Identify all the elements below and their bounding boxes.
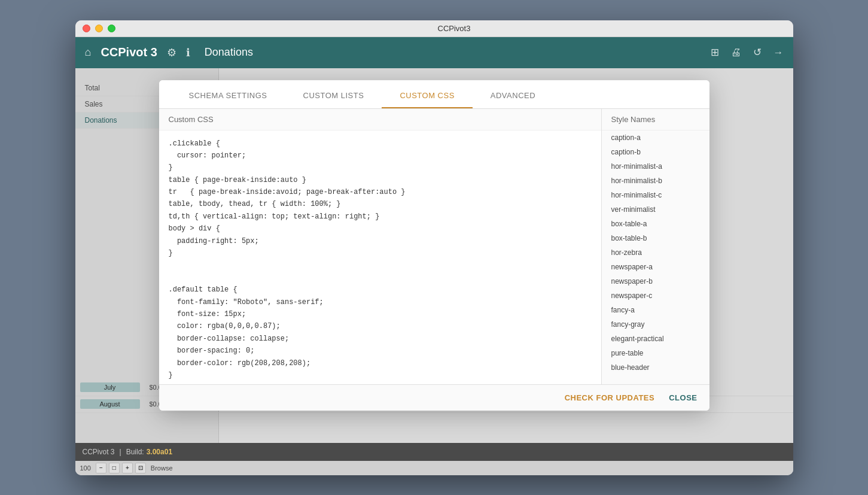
settings-icon[interactable]: ⚙ [167,46,176,59]
app-header: ⌂ CCPivot 3 ⚙ ℹ Donations ⊞ 🖨 ↺ → [75,37,793,68]
close-button-modal[interactable]: CLOSE [669,393,697,402]
css-editor: Custom CSS .clickable { cursor: pointer;… [159,109,602,384]
zoom-level: 100 [80,464,91,472]
title-bar: CCPivot3 [75,20,793,37]
style-name-box-table-b[interactable]: box-table-b [602,231,709,245]
tab-custom-css[interactable]: CUSTOM CSS [382,80,472,108]
style-names-panel: Style Names caption-a caption-b hor-mini… [602,109,709,384]
style-name-newspaper-b[interactable]: newspaper-b [602,274,709,289]
style-name-box-table-a[interactable]: box-table-a [602,217,709,231]
style-names-header: Style Names [602,109,709,130]
forward-icon[interactable]: → [773,47,784,59]
zoom-in-button[interactable]: + [122,463,133,473]
browser-bar: 100 − □ + ⊡ Browse [75,461,793,475]
app-window: CCPivot3 ⌂ CCPivot 3 ⚙ ℹ Donations ⊞ 🖨 ↺… [75,20,793,475]
main-content: Total Sales Donations July $0.00 $6,799.… [75,68,793,443]
style-name-pure-table[interactable]: pure-table [602,346,709,360]
fit-button[interactable]: ⊡ [135,463,146,473]
css-line-7: td,th { vertical-align: top; text-align:… [169,211,592,223]
css-line-3: } [169,162,592,174]
css-content-area[interactable]: .clickable { cursor: pointer; } table { … [159,130,601,384]
zoom-out-button[interactable]: − [96,463,106,473]
style-name-blue-header[interactable]: blue-header [602,360,709,375]
css-line-1: .clickable { [169,138,592,150]
style-name-fancy-gray[interactable]: fancy-gray [602,317,709,332]
css-line-19: border-color: rgb(208,208,208); [169,357,592,369]
css-line-13: .default table { [169,284,592,296]
css-line-5: tr { page-break-inside:avoid; page-break… [169,186,592,198]
tab-schema-settings[interactable]: SCHEMA SETTINGS [171,80,285,108]
css-line-18: border-spacing: 0; [169,345,592,357]
style-name-hor-minimalist-a[interactable]: hor-minimalist-a [602,159,709,174]
browse-label: Browse [151,464,173,472]
window-title: CCPivot3 [123,24,786,33]
css-line-14: font-family: "Roboto", sans-serif; [169,296,592,308]
style-name-hor-zebra[interactable]: hor-zebra [602,245,709,260]
css-line-10: } [169,247,592,259]
style-name-elegant-practical[interactable]: elegant-practical [602,332,709,346]
style-name-caption-b[interactable]: caption-b [602,145,709,159]
css-line-4: table { page-break-inside:auto } [169,174,592,186]
style-name-hor-minimalist-b[interactable]: hor-minimalist-b [602,174,709,188]
status-separator: | [120,448,121,456]
modal-tab-bar: SCHEMA SETTINGS CUSTOM LISTS CUSTOM CSS … [159,80,709,109]
status-build-value: 3.00a01 [147,448,172,456]
style-name-hor-minimalist-c[interactable]: hor-minimalist-c [602,188,709,202]
css-line-20: } [169,369,592,381]
style-name-newspaper-a[interactable]: newspaper-a [602,260,709,274]
tab-custom-lists[interactable]: CUSTOM LISTS [285,80,382,108]
settings-modal: SCHEMA SETTINGS CUSTOM LISTS CUSTOM CSS … [159,80,709,411]
minimize-button[interactable] [95,25,103,32]
app-title: CCPivot 3 [100,45,157,59]
style-name-newspaper-c[interactable]: newspaper-c [602,289,709,303]
traffic-lights [83,25,115,32]
css-line-9: padding-right: 5px; [169,235,592,247]
style-name-caption-a[interactable]: caption-a [602,130,709,145]
css-line-6: table, tbody, thead, tr { width: 100%; } [169,198,592,210]
nav-buttons: − □ + ⊡ [96,463,146,473]
status-bar: CCPivot 3 | Build: 3.00a01 [75,443,793,461]
home-icon[interactable]: ⌂ [85,46,92,59]
style-name-ver-minimalist[interactable]: ver-minimalist [602,202,709,217]
fullscreen-button[interactable] [108,25,115,32]
status-app-name: CCPivot 3 [83,448,115,456]
check-updates-button[interactable]: CHECK FOR UPDATES [565,393,655,402]
css-line-11 [169,259,592,271]
section-title: Donations [205,46,253,59]
css-line-8: body > div { [169,223,592,235]
actual-size-button[interactable]: □ [109,463,120,473]
modal-overlay: SCHEMA SETTINGS CUSTOM LISTS CUSTOM CSS … [75,68,793,443]
refresh-icon[interactable]: ↺ [753,46,762,59]
info-icon[interactable]: ℹ [186,46,190,59]
status-build-label: Build: [126,448,144,456]
css-line-15: font-size: 15px; [169,308,592,320]
tab-advanced[interactable]: ADVANCED [473,80,553,108]
css-editor-header: Custom CSS [159,109,601,130]
print-icon[interactable]: 🖨 [731,47,741,59]
export-icon[interactable]: ⊞ [711,46,719,59]
css-line-16: color: rgba(0,0,0,0.87); [169,320,592,332]
css-line-2: cursor: pointer; [169,150,592,162]
modal-body: Custom CSS .clickable { cursor: pointer;… [159,109,709,384]
header-right-controls: ⊞ 🖨 ↺ → [711,46,784,59]
style-name-fancy-a[interactable]: fancy-a [602,303,709,317]
css-line-17: border-collapse: collapse; [169,333,592,345]
close-button[interactable] [83,25,90,32]
modal-footer: CHECK FOR UPDATES CLOSE [159,384,709,411]
css-line-12 [169,272,592,284]
style-names-list: caption-a caption-b hor-minimalist-a hor… [602,130,709,375]
